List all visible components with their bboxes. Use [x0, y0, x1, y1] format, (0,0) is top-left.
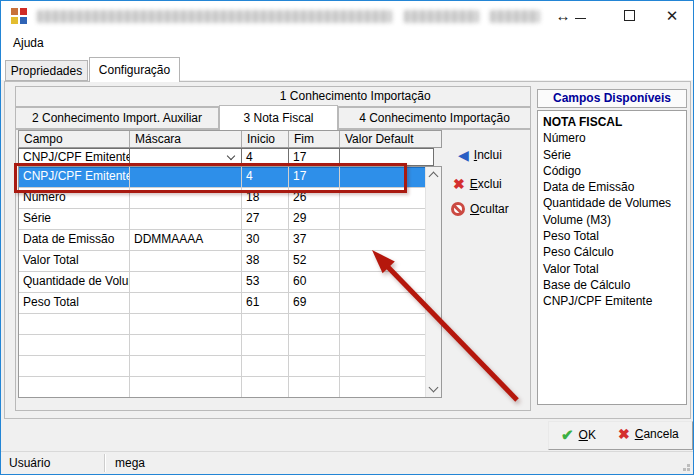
scroll-up-icon[interactable]	[429, 172, 439, 182]
tab-configuracao[interactable]: Configuração	[89, 57, 180, 82]
list-item[interactable]: Peso Total	[543, 228, 686, 244]
list-item[interactable]: Quantidade de Volumes	[543, 195, 686, 211]
column-header-campo: Campo	[19, 131, 130, 147]
field-table-header: Campo Máscara Inicio Fim Valor Default	[18, 130, 442, 148]
cell-mascara	[130, 272, 242, 292]
cell-inicio: 27	[242, 209, 289, 229]
list-item[interactable]: Peso Cálculo	[543, 244, 686, 260]
column-header-valor-default: Valor Default	[340, 131, 441, 147]
maximize-button[interactable]	[615, 1, 643, 30]
list-item[interactable]: Código	[543, 163, 686, 179]
no-entry-icon	[451, 202, 465, 216]
ok-button[interactable]: ✔ OK	[561, 427, 596, 442]
table-row-empty[interactable]	[19, 377, 441, 398]
statusbar-usuario-label: Usuário	[9, 456, 50, 470]
exclui-label: Exclui	[470, 177, 502, 191]
redacted-title-block	[37, 10, 392, 23]
list-item[interactable]: Número	[543, 130, 686, 146]
annotation-rectangle	[14, 163, 407, 193]
left-arrow-icon: ◀	[458, 148, 469, 162]
resize-grip[interactable]	[687, 468, 690, 471]
titlebar: ↔ ✕	[1, 1, 693, 31]
cell-mascara	[130, 293, 242, 313]
ocultar-button[interactable]: Ocultar	[451, 202, 509, 216]
redacted-title-block	[490, 10, 540, 23]
cancela-button[interactable]: ✖ Cancela	[618, 427, 679, 441]
statusbar-user-value: mega	[115, 456, 145, 470]
cell-campo: Valor Total	[19, 251, 130, 271]
table-row-empty[interactable]	[19, 314, 441, 335]
redacted-title-block	[404, 10, 479, 23]
cell-campo: Peso Total	[19, 293, 130, 313]
cell-campo: Data de Emissão	[19, 230, 130, 250]
exclui-button[interactable]: ✖ Exclui	[453, 177, 502, 191]
table-row-quantidade-de-volume[interactable]: Quantidade de Volume 53 60	[19, 272, 441, 293]
available-fields-list: NOTA FISCAL Número Série Código Data de …	[537, 110, 687, 405]
table-row-serie[interactable]: Série 27 29	[19, 209, 441, 230]
cell-mascara	[130, 251, 242, 271]
check-icon: ✔	[561, 427, 574, 442]
cell-fim: 69	[289, 293, 340, 313]
inner-tab-4-conhecimento-importacao[interactable]: 4 Conhecimento Importação	[338, 107, 531, 129]
table-row-empty[interactable]	[19, 335, 441, 356]
cell-fim: 29	[289, 209, 340, 229]
cell-mascara	[130, 209, 242, 229]
inclui-label: Inclui	[474, 148, 502, 162]
close-icon: ✕	[666, 7, 679, 25]
table-scrollbar[interactable]	[425, 167, 441, 397]
list-item[interactable]: Base de Cálculo	[543, 277, 686, 293]
column-header-mascara: Máscara	[130, 131, 242, 147]
table-row-data-de-emissao[interactable]: Data de Emissão DDMMAAAA 30 37	[19, 230, 441, 251]
table-row-peso-total[interactable]: Peso Total 61 69	[19, 293, 441, 314]
list-item[interactable]: Série	[543, 147, 686, 163]
inclui-button[interactable]: ◀ Inclui	[458, 148, 502, 162]
list-item[interactable]: Volume (M3)	[543, 212, 686, 228]
x-icon: ✖	[618, 427, 630, 441]
statusbar-separator	[104, 454, 106, 472]
cancela-label: Cancela	[635, 427, 679, 441]
cell-campo: Quantidade de Volume	[19, 272, 130, 292]
table-row-valor-total[interactable]: Valor Total 38 52	[19, 251, 441, 272]
column-header-inicio: Inicio	[242, 131, 289, 147]
ok-label: OK	[579, 428, 596, 442]
field-table: CNPJ/CPF Emitente 4 17 Número 18 26 Séri…	[18, 166, 442, 398]
app-icon	[11, 8, 27, 24]
column-header-fim: Fim	[289, 131, 340, 147]
cell-inicio: 61	[242, 293, 289, 313]
list-item[interactable]: Data de Emissão	[543, 179, 686, 195]
table-row-empty[interactable]	[19, 356, 441, 377]
inner-tab-1-conhecimento-importacao[interactable]: 1 Conhecimento Importação	[15, 86, 531, 107]
list-item[interactable]: CNPJ/CPF Emitente	[543, 293, 686, 309]
tab-propriedades[interactable]: Propriedades	[5, 60, 88, 81]
minimize-button[interactable]	[566, 1, 594, 30]
inner-tab-label: 1 Conhecimento Importação	[280, 89, 431, 103]
ocultar-label: Ocultar	[470, 202, 509, 216]
inner-tab-3-nota-fiscal[interactable]: 3 Nota Fiscal	[219, 105, 338, 130]
list-item-nota-fiscal[interactable]: NOTA FISCAL	[543, 114, 686, 130]
close-button[interactable]: ✕	[658, 1, 686, 30]
chevron-down-icon[interactable]	[227, 152, 235, 160]
statusbar: Usuário mega	[1, 451, 693, 474]
cell-fim: 60	[289, 272, 340, 292]
cell-inicio: 30	[242, 230, 289, 250]
cell-mascara: DDMMAAAA	[130, 230, 242, 250]
x-icon: ✖	[453, 177, 465, 191]
inner-tab-2-conhecimento-import-auxiliar[interactable]: 2 Conhecimento Import. Auxiliar	[15, 107, 219, 129]
cell-inicio: 53	[242, 272, 289, 292]
cell-fim: 52	[289, 251, 340, 271]
scroll-down-icon[interactable]	[429, 383, 439, 393]
window: ↔ ✕ Ajuda Propriedades Configuração 1 Co…	[0, 0, 694, 475]
menubar: Ajuda	[1, 31, 693, 55]
menu-item-ajuda[interactable]: Ajuda	[7, 34, 50, 52]
available-fields-header: Campos Disponíveis	[537, 89, 687, 108]
cell-inicio: 38	[242, 251, 289, 271]
list-item[interactable]: Valor Total	[543, 261, 686, 277]
cell-fim: 37	[289, 230, 340, 250]
cell-campo: Série	[19, 209, 130, 229]
maximize-icon	[624, 10, 635, 21]
minimize-icon	[575, 18, 586, 19]
